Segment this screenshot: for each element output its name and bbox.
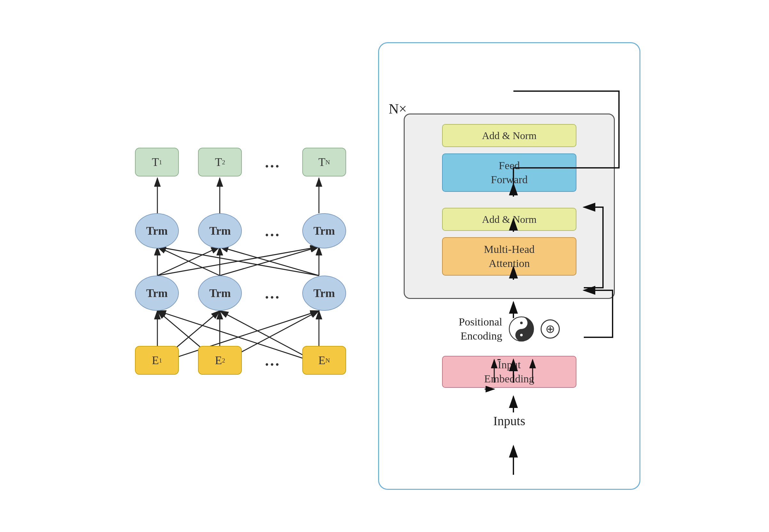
dots-t: …	[261, 153, 283, 171]
svg-line-15	[220, 247, 319, 276]
left-diagram: T1 T2 … TN Trm Trm … Trm Trm Trm … Trm E…	[129, 122, 352, 410]
feed-forward-block: Feed Forward	[442, 153, 577, 192]
trm-bot-2: Trm	[198, 276, 242, 311]
trm-top-n: Trm	[302, 213, 346, 248]
t2-node: T2	[198, 148, 242, 176]
add-norm-top: Add & Norm	[442, 124, 577, 147]
nx-block: Add & Norm Feed Forward Add & Norm Multi…	[404, 113, 615, 299]
trm-bottom-row: Trm Trm … Trm	[129, 276, 352, 311]
svg-line-17	[220, 247, 319, 276]
trm-bot-n: Trm	[302, 276, 346, 311]
svg-point-42	[520, 322, 523, 324]
trm-top-row: Trm Trm … Trm	[129, 213, 352, 248]
add-norm-bottom: Add & Norm	[442, 208, 577, 231]
svg-line-13	[157, 247, 220, 276]
input-embedding-block: Input Embedding	[442, 356, 577, 388]
pe-label: Positional Encoding	[459, 315, 502, 343]
yin-yang-icon	[509, 316, 534, 342]
svg-line-11	[157, 247, 220, 276]
tn-node: TN	[302, 148, 346, 176]
output-tokens-row: T1 T2 … TN	[129, 148, 352, 176]
e2-node: E2	[198, 346, 242, 375]
e1-node: E1	[135, 346, 179, 375]
plus-circle: ⊕	[541, 319, 560, 339]
dots-e: …	[261, 352, 283, 369]
dots-trm-top: …	[261, 222, 283, 240]
svg-line-12	[157, 247, 319, 276]
trm-top-2: Trm	[198, 213, 242, 248]
svg-point-43	[520, 334, 523, 336]
en-node: EN	[302, 346, 346, 375]
positional-encoding-row: Positional Encoding ⊕	[459, 315, 560, 343]
embedding-row: E1 E2 … EN	[129, 346, 352, 375]
trm-top-1: Trm	[135, 213, 179, 248]
inputs-label: Inputs	[493, 413, 525, 428]
main-container: T1 T2 … TN Trm Trm … Trm Trm Trm … Trm E…	[0, 0, 769, 532]
svg-line-16	[157, 247, 319, 276]
trm-bot-1: Trm	[135, 276, 179, 311]
right-content: Add & Norm Feed Forward Add & Norm Multi…	[395, 56, 624, 428]
multi-head-attention: Multi-Head Attention	[442, 237, 577, 276]
dots-trm-bot: …	[261, 285, 283, 302]
t1-node: T1	[135, 148, 179, 176]
right-diagram: N×	[378, 42, 640, 490]
